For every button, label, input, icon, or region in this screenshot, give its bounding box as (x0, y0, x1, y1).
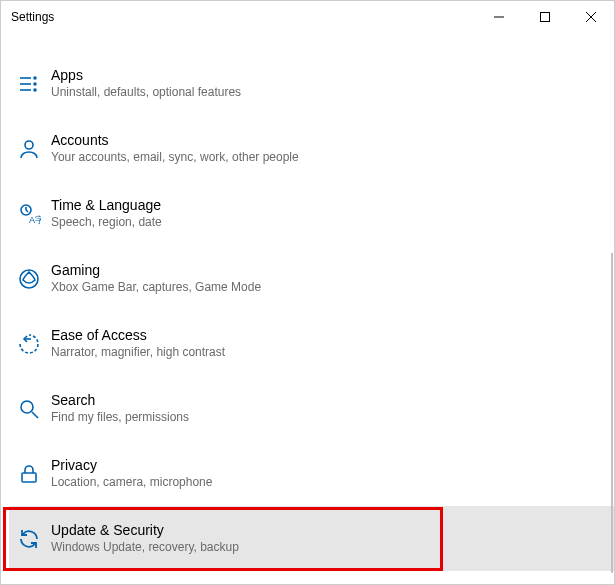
item-desc: Xbox Game Bar, captures, Game Mode (51, 279, 261, 296)
window-controls (476, 1, 614, 33)
item-desc: Your accounts, email, sync, work, other … (51, 149, 299, 166)
time-language-icon: A字 (17, 202, 51, 226)
svg-point-9 (34, 89, 36, 91)
settings-item-accounts[interactable]: Accounts Your accounts, email, sync, wor… (9, 116, 614, 181)
accounts-icon (17, 137, 51, 161)
apps-icon (17, 72, 51, 96)
item-title: Apps (51, 66, 241, 84)
item-desc: Uninstall, defaults, optional features (51, 84, 241, 101)
titlebar: Settings (1, 1, 614, 33)
item-title: Update & Security (51, 521, 239, 539)
settings-list: Apps Uninstall, defaults, optional featu… (1, 33, 614, 571)
minimize-button[interactable] (476, 1, 522, 33)
ease-of-access-icon (17, 332, 51, 356)
item-desc: Location, camera, microphone (51, 474, 212, 491)
search-icon (17, 397, 51, 421)
svg-point-7 (34, 83, 36, 85)
svg-line-13 (26, 210, 28, 212)
svg-line-18 (32, 412, 38, 418)
update-security-icon (17, 527, 51, 551)
settings-item-privacy[interactable]: Privacy Location, camera, microphone (9, 441, 614, 506)
svg-rect-1 (541, 13, 550, 22)
settings-item-search[interactable]: Search Find my files, permissions (9, 376, 614, 441)
svg-point-17 (21, 401, 33, 413)
privacy-icon (17, 462, 51, 486)
svg-rect-19 (22, 473, 36, 482)
item-title: Search (51, 391, 189, 409)
svg-point-5 (34, 77, 36, 79)
settings-item-apps[interactable]: Apps Uninstall, defaults, optional featu… (9, 51, 614, 116)
settings-item-ease-of-access[interactable]: Ease of Access Narrator, magnifier, high… (9, 311, 614, 376)
close-button[interactable] (568, 1, 614, 33)
item-title: Gaming (51, 261, 261, 279)
item-title: Privacy (51, 456, 212, 474)
maximize-button[interactable] (522, 1, 568, 33)
item-desc: Windows Update, recovery, backup (51, 539, 239, 556)
item-desc: Speech, region, date (51, 214, 162, 231)
scrollbar[interactable] (611, 253, 613, 573)
gaming-icon (17, 267, 51, 291)
window-title: Settings (11, 10, 54, 24)
settings-item-time-language[interactable]: A字 Time & Language Speech, region, date (9, 181, 614, 246)
item-desc: Find my files, permissions (51, 409, 189, 426)
settings-item-update-security[interactable]: Update & Security Windows Update, recove… (9, 506, 614, 571)
item-title: Accounts (51, 131, 299, 149)
svg-point-10 (25, 141, 33, 149)
item-desc: Narrator, magnifier, high contrast (51, 344, 225, 361)
svg-text:A字: A字 (29, 215, 41, 225)
settings-item-gaming[interactable]: Gaming Xbox Game Bar, captures, Game Mod… (9, 246, 614, 311)
item-title: Time & Language (51, 196, 162, 214)
item-title: Ease of Access (51, 326, 225, 344)
